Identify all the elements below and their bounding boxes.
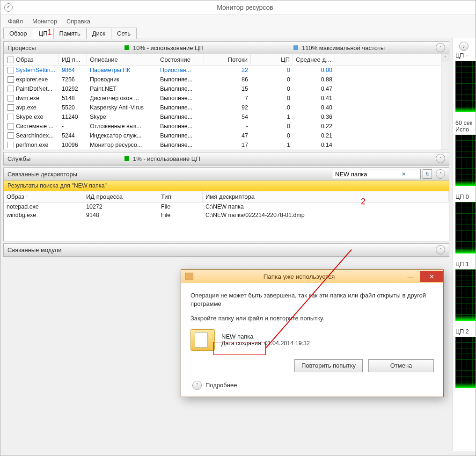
menu-monitor[interactable]: Монитор [28, 17, 62, 26]
label-cpu-total: ЦП - [455, 52, 476, 59]
processes-scrollbar[interactable]: ˄ [441, 54, 449, 150]
process-row[interactable]: avp.exe5520Kaspersky Anti-VirusВыполняе.… [4, 103, 449, 112]
retry-button[interactable]: Повторить попытку [294, 359, 363, 372]
process-row[interactable]: SearchIndex...5244Индексатор служ...Выпо… [4, 131, 449, 140]
folder-in-use-dialog: Папка уже используется — ✕ Операция не м… [181, 269, 444, 397]
col-image[interactable]: Образ [4, 54, 59, 65]
menubar: Файл Монитор Справка [0, 15, 476, 27]
tab-network[interactable]: Сеть [111, 28, 137, 39]
search-refresh-icon[interactable]: ↻ [423, 169, 432, 179]
dialog-more-row[interactable]: ˅ Подробнее [190, 381, 434, 390]
processes-collapse-icon[interactable]: ˄ [436, 43, 445, 52]
dialog-close-button[interactable]: ✕ [420, 271, 443, 282]
col-threads[interactable]: Потоки [204, 54, 251, 65]
process-row[interactable]: dwm.exe5148Диспетчер окон ...Выполняе...… [4, 94, 449, 103]
row-checkbox[interactable] [7, 123, 14, 130]
side-graphs: › ЦП - 60 сек Испо ЦП 0 ЦП 1 ЦП 2 [452, 38, 476, 451]
app-icon [4, 3, 13, 12]
process-row[interactable]: perfmon.exe10096Монитор ресурсо...Выполн… [4, 140, 449, 150]
hcol-image[interactable]: Образˆ [4, 191, 83, 202]
dialog-more-label: Подробнее [205, 382, 237, 389]
label-sixty-sec: 60 сек [455, 120, 476, 126]
row-checkbox[interactable] [7, 132, 14, 139]
label-usage: Испо [455, 126, 476, 133]
side-collapse-icon[interactable]: › [459, 42, 469, 51]
dialog-folder-name: NEW папка [221, 333, 310, 340]
dialog-minimize-button[interactable]: — [401, 271, 420, 282]
dialog-message-1: Операция не может быть завершена, так ка… [190, 291, 434, 308]
row-checkbox[interactable] [7, 95, 14, 101]
modules-expand-icon[interactable]: ˅ [436, 245, 445, 254]
dialog-folder-row: NEW папка Дата создания: 01.04.2014 19:3… [190, 329, 434, 351]
more-chevron-icon: ˅ [192, 381, 202, 390]
handles-search-box[interactable]: ✕ [332, 169, 421, 179]
services-panel: Службы 1% - использование ЦП ˅ [3, 152, 449, 166]
menu-help[interactable]: Справка [62, 17, 95, 26]
processes-header[interactable]: Процессы 10% - использование ЦП 110% мак… [4, 42, 449, 54]
handles-search-input[interactable] [334, 170, 402, 178]
side-header: › [455, 40, 476, 52]
graph-cpu1 [455, 269, 476, 321]
processes-columns: Образ ИД п... Описание Состояние Потоки … [4, 54, 449, 65]
graph-cpu-total [455, 61, 476, 112]
process-row[interactable]: explorer.exe7256ПроводникВыполняе...8600… [4, 75, 449, 84]
col-avg[interactable]: Среднее д...ˆ [293, 54, 335, 65]
handle-row[interactable]: windbg.exe9148FileC:\NEW папка\022214-22… [4, 211, 449, 219]
tab-cpu[interactable]: ЦП [33, 28, 54, 39]
dialog-folder-created: Дата создания: 01.04.2014 19:32 [221, 340, 310, 347]
hcol-type[interactable]: Тип [158, 191, 203, 202]
col-desc[interactable]: Описание [87, 54, 157, 65]
row-checkbox[interactable] [7, 86, 14, 92]
handles-panel: Связанные дескрипторы ✕ ↻ ˄ Результаты п… [3, 167, 449, 241]
handles-title: Связанные дескрипторы [7, 171, 227, 178]
row-checkbox[interactable] [7, 67, 14, 73]
row-checkbox[interactable] [7, 76, 14, 83]
modules-header[interactable]: Связанные модули ˅ [4, 244, 449, 256]
cpu-swatch-icon [124, 45, 129, 50]
clear-search-icon[interactable]: ✕ [402, 171, 406, 177]
row-checkbox[interactable] [7, 104, 14, 111]
row-checkbox[interactable] [7, 114, 14, 120]
hcol-name[interactable]: Имя дескриптора [203, 191, 449, 202]
tab-memory[interactable]: Память [53, 28, 87, 39]
processes-freq-stat: 110% максимальной частоты [293, 44, 434, 51]
handles-columns: Образˆ ИД процесса Тип Имя дескриптора [4, 191, 449, 203]
services-expand-icon[interactable]: ˅ [436, 154, 445, 163]
processes-panel: Процессы 10% - использование ЦП 110% мак… [3, 41, 449, 150]
graph-cpu2 [455, 337, 476, 388]
services-header[interactable]: Службы 1% - использование ЦП ˅ [4, 152, 449, 165]
dialog-titlebar[interactable]: Папка уже используется — ✕ [181, 270, 443, 283]
tab-disk[interactable]: Диск [86, 28, 111, 39]
header-checkbox[interactable] [7, 57, 14, 63]
handles-collapse-icon[interactable]: ˄ [436, 169, 445, 179]
col-state[interactable]: Состояние [157, 54, 204, 65]
dialog-message-2: Закройте папку или файл и повторите попы… [190, 314, 434, 323]
processes-title: Процессы [7, 44, 124, 51]
process-row[interactable]: SystemSettin...9864Параметры ПКПриостан.… [4, 65, 449, 75]
handles-results-label: Результаты поиска для "NEW папка" [4, 181, 449, 191]
sort-caret-icon: ˆ [26, 195, 28, 200]
graph-cpu0 [455, 202, 476, 253]
window-title: Монитор ресурсов [18, 4, 472, 11]
tab-overview[interactable]: Обзор [3, 28, 33, 39]
dialog-icon [185, 273, 193, 280]
cancel-button[interactable]: Отмена [368, 359, 434, 372]
titlebar: Монитор ресурсов [0, 0, 476, 15]
label-cpu1: ЦП 1 [455, 261, 476, 268]
services-title: Службы [7, 155, 124, 162]
scroll-up-icon[interactable]: ˄ [441, 54, 449, 62]
handles-searchbar: ✕ ↻ ˄ [227, 169, 446, 179]
label-cpu2: ЦП 2 [455, 328, 476, 335]
col-cpu[interactable]: ЦП [251, 54, 293, 65]
row-checkbox[interactable] [7, 142, 14, 148]
col-pid[interactable]: ИД п... [59, 54, 87, 65]
hcol-pid[interactable]: ИД процесса [83, 191, 158, 202]
graph-usage [455, 135, 476, 186]
handles-header[interactable]: Связанные дескрипторы ✕ ↻ ˄ [4, 168, 449, 181]
freq-swatch-icon [293, 45, 298, 50]
handle-row[interactable]: notepad.exe10272FileC:\NEW папка [4, 203, 449, 211]
process-row[interactable]: Системные ...-Отложенные выз...Выполняе.… [4, 122, 449, 131]
process-row[interactable]: Skype.exe11240SkypeВыполняе...5410.36 [4, 112, 449, 122]
process-row[interactable]: PaintDotNet...10292Paint.NETВыполняе...1… [4, 84, 449, 94]
menu-file[interactable]: Файл [3, 17, 28, 26]
